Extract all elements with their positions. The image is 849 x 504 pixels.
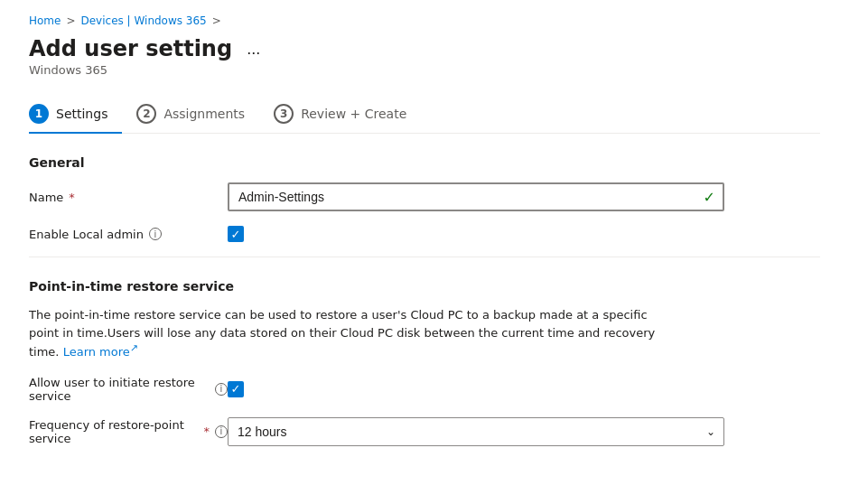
- frequency-select[interactable]: 4 hours 6 hours 12 hours 16 hours 24 hou…: [228, 417, 724, 446]
- frequency-label: Frequency of restore-point service * i: [29, 418, 228, 445]
- allow-restore-label: Allow user to initiate restore service i: [29, 376, 228, 403]
- page-title: Add user setting: [29, 36, 232, 61]
- pit-section: Point-in-time restore service The point-…: [29, 279, 820, 446]
- steps-bar: 1 Settings 2 Assignments 3 Review + Crea…: [29, 95, 820, 134]
- allow-restore-info-icon[interactable]: i: [215, 383, 228, 396]
- breadcrumb-devices-windows[interactable]: Devices | Windows 365: [81, 14, 207, 27]
- local-admin-label: Enable Local admin i: [29, 228, 228, 241]
- step-2-circle: 2: [136, 104, 156, 124]
- more-options-button[interactable]: ...: [241, 38, 266, 61]
- allow-restore-row: Allow user to initiate restore service i…: [29, 376, 820, 403]
- pit-description: The point-in-time restore service can be…: [29, 306, 679, 361]
- local-admin-row: Enable Local admin i ✓: [29, 226, 820, 242]
- page-container: Home > Devices | Windows 365 > Add user …: [0, 0, 849, 475]
- allow-restore-checkmark: ✓: [231, 383, 241, 395]
- local-admin-checkbox[interactable]: ✓: [228, 226, 244, 242]
- frequency-row: Frequency of restore-point service * i 4…: [29, 417, 820, 446]
- step-settings[interactable]: 1 Settings: [29, 95, 122, 133]
- name-input-wrap: ✓: [228, 182, 724, 211]
- name-input[interactable]: [228, 182, 724, 211]
- step-1-label: Settings: [56, 107, 107, 121]
- step-3-circle: 3: [274, 104, 294, 124]
- name-label: Name *: [29, 191, 228, 204]
- allow-restore-checkbox[interactable]: ✓: [228, 381, 244, 397]
- breadcrumb-sep2: >: [212, 14, 221, 27]
- breadcrumb: Home > Devices | Windows 365 >: [29, 14, 820, 27]
- page-subtitle: Windows 365: [29, 63, 820, 77]
- pit-section-title: Point-in-time restore service: [29, 279, 820, 294]
- name-required-star: *: [69, 191, 75, 204]
- step-1-circle: 1: [29, 104, 49, 124]
- step-assignments[interactable]: 2 Assignments: [136, 95, 259, 133]
- external-link-icon: ↗: [130, 342, 138, 354]
- frequency-required-star: *: [204, 425, 210, 438]
- breadcrumb-home[interactable]: Home: [29, 14, 61, 27]
- page-title-row: Add user setting ...: [29, 36, 820, 61]
- frequency-info-icon[interactable]: i: [215, 425, 228, 438]
- frequency-select-wrap: 4 hours 6 hours 12 hours 16 hours 24 hou…: [228, 417, 724, 446]
- step-2-label: Assignments: [163, 107, 245, 121]
- general-section-title: General: [29, 155, 820, 170]
- breadcrumb-sep1: >: [66, 14, 75, 27]
- step-3-label: Review + Create: [301, 107, 406, 121]
- name-row: Name * ✓: [29, 182, 820, 211]
- local-admin-checkmark: ✓: [231, 229, 241, 240]
- learn-more-link[interactable]: Learn more↗: [63, 345, 138, 359]
- local-admin-info-icon[interactable]: i: [149, 228, 162, 240]
- section-divider: [29, 257, 820, 257]
- step-review-create[interactable]: 3 Review + Create: [274, 95, 421, 133]
